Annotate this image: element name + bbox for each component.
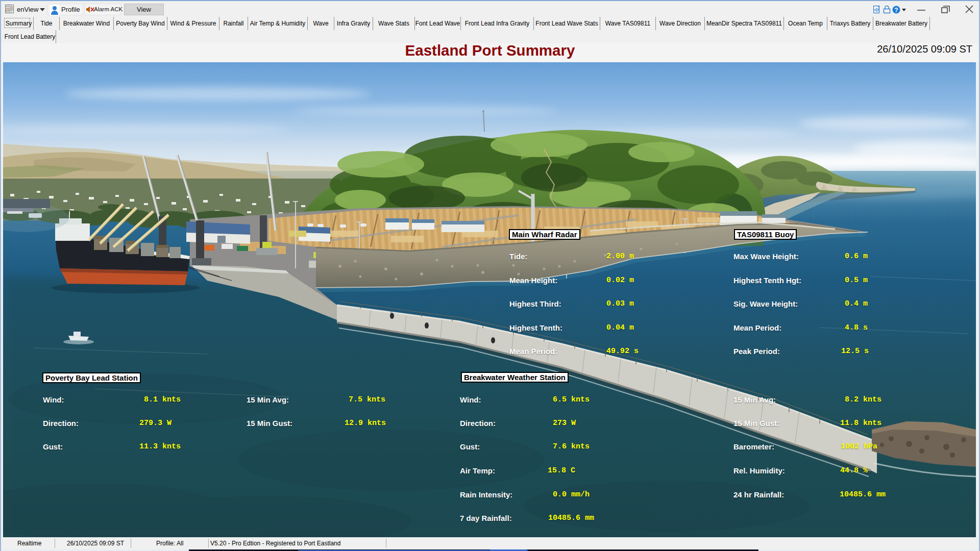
svg-text:?: ? — [894, 7, 898, 14]
